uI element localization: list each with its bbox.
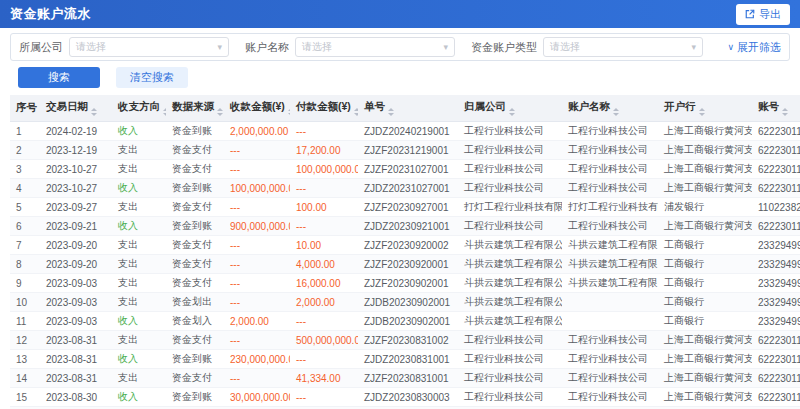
cell-payment: 100,000,000.00 bbox=[290, 160, 358, 179]
cell-account_no: 62223011 bbox=[752, 388, 800, 407]
cell-no: 9 bbox=[10, 274, 40, 293]
cell-date: 2023-08-31 bbox=[40, 369, 112, 388]
cell-date: 2023-09-03 bbox=[40, 312, 112, 331]
cell-bank: 上海工商银行黄河支行 bbox=[658, 350, 752, 369]
chevron-down-icon: ∨ bbox=[727, 42, 734, 52]
cell-receipt: 2,000,000.00 bbox=[224, 122, 290, 141]
cell-bank: 上海工商银行黄河支行 bbox=[658, 217, 752, 236]
cell-date: 2023-08-30 bbox=[40, 388, 112, 407]
table-row[interactable]: 62023-09-21收入资金到账900,000,000.00---ZJDZ20… bbox=[10, 217, 800, 236]
column-header-order_no[interactable]: 单号 bbox=[358, 95, 458, 122]
search-button[interactable]: 搜索 bbox=[18, 67, 100, 88]
expand-filters-label: 展开筛选 bbox=[737, 40, 781, 55]
table-row[interactable]: 122023-08-31支出资金支付---500,000,000.00ZJZF2… bbox=[10, 331, 800, 350]
expand-filters-link[interactable]: ∨ 展开筛选 bbox=[727, 40, 781, 55]
cell-receipt: --- bbox=[224, 293, 290, 312]
sort-icon[interactable] bbox=[509, 108, 515, 116]
cell-source: 资金划入 bbox=[166, 312, 224, 331]
export-button[interactable]: 导出 bbox=[736, 4, 790, 25]
table-row[interactable]: 142023-08-31支出资金支付---41,334.00ZJZF202308… bbox=[10, 369, 800, 388]
cell-company: 斗拱云建筑工程有限公司 bbox=[458, 236, 562, 255]
clear-search-button[interactable]: 清空搜索 bbox=[116, 67, 188, 88]
cell-date: 2023-09-21 bbox=[40, 217, 112, 236]
sort-icon[interactable] bbox=[217, 108, 223, 116]
cell-receipt: --- bbox=[224, 141, 290, 160]
column-header-bank[interactable]: 开户行 bbox=[658, 95, 752, 122]
column-header-company[interactable]: 归属公司 bbox=[458, 95, 562, 122]
column-header-receipt[interactable]: 收款金额(¥) bbox=[224, 95, 290, 122]
table-row[interactable]: 102023-09-03支出资金划出---2,000.00ZJDB2023090… bbox=[10, 293, 800, 312]
cell-bank: 上海工商银行黄河支行 bbox=[658, 388, 752, 407]
cell-company: 工程行业科技公司 bbox=[458, 331, 562, 350]
table-row[interactable]: 152023-08-30收入资金到账30,000,000.00---ZJDZ20… bbox=[10, 388, 800, 407]
column-header-source[interactable]: 数据来源 bbox=[166, 95, 224, 122]
table-row[interactable]: 82023-09-20支出资金支付---4,000.00ZJZF20230920… bbox=[10, 255, 800, 274]
cell-account_no: 62223011 bbox=[752, 350, 800, 369]
cell-receipt: --- bbox=[224, 236, 290, 255]
filter-company: 所属公司 请选择 ▾ bbox=[19, 37, 229, 57]
cell-payment: 10.00 bbox=[290, 236, 358, 255]
cell-no: 4 bbox=[10, 179, 40, 198]
cell-source: 资金支付 bbox=[166, 274, 224, 293]
cell-date: 2023-09-20 bbox=[40, 255, 112, 274]
company-select[interactable]: 请选择 ▾ bbox=[69, 37, 229, 57]
search-actions: 搜索 清空搜索 bbox=[18, 67, 790, 88]
cell-source: 资金支付 bbox=[166, 255, 224, 274]
cell-company: 工程行业科技公司 bbox=[458, 217, 562, 236]
page-header: 资金账户流水 导出 bbox=[0, 0, 800, 28]
sort-icon[interactable] bbox=[163, 108, 166, 116]
cell-receipt: 30,000,000.00 bbox=[224, 388, 290, 407]
cell-bank: 上海工商银行黄河支行 bbox=[658, 331, 752, 350]
table-row[interactable]: 12024-02-19收入资金到账2,000,000.00---ZJDZ2024… bbox=[10, 122, 800, 141]
sort-icon[interactable] bbox=[354, 108, 358, 116]
cell-direction: 收入 bbox=[112, 179, 166, 198]
column-label: 账号 bbox=[758, 100, 779, 112]
column-header-payment[interactable]: 付款金额(¥) bbox=[290, 95, 358, 122]
cell-order_no: ZJZF20230831001 bbox=[358, 369, 458, 388]
table-row[interactable]: 92023-09-03支出资金支付---16,000.00ZJZF2023090… bbox=[10, 274, 800, 293]
page-title: 资金账户流水 bbox=[10, 5, 91, 23]
cell-source: 资金到账 bbox=[166, 217, 224, 236]
cell-bank: 工商银行 bbox=[658, 293, 752, 312]
sort-icon[interactable] bbox=[388, 108, 394, 116]
cell-order_no: ZJDZ20230921001 bbox=[358, 217, 458, 236]
sort-icon[interactable] bbox=[288, 108, 290, 116]
column-header-account[interactable]: 账户名称 bbox=[562, 95, 658, 122]
filter-account-type: 资金账户类型 请选择 ▾ bbox=[471, 37, 703, 57]
sort-icon[interactable] bbox=[782, 108, 788, 116]
cell-date: 2023-08-31 bbox=[40, 350, 112, 369]
table-row[interactable]: 22023-12-19支出资金支付---17,200.00ZJZF2023121… bbox=[10, 141, 800, 160]
table-row[interactable]: 132023-08-31收入资金到账230,000,000.00---ZJDZ2… bbox=[10, 350, 800, 369]
column-header-direction[interactable]: 收支方向 bbox=[112, 95, 166, 122]
sort-icon[interactable] bbox=[613, 108, 619, 116]
table-body: 12024-02-19收入资金到账2,000,000.00---ZJDZ2024… bbox=[10, 122, 800, 409]
cell-source: 资金支付 bbox=[166, 369, 224, 388]
account-name-select[interactable]: 请选择 ▾ bbox=[295, 37, 455, 57]
cell-source: 资金到账 bbox=[166, 350, 224, 369]
cell-order_no: ZJZF20230920001 bbox=[358, 255, 458, 274]
cell-account_no: 23329499 bbox=[752, 312, 800, 331]
sort-icon[interactable] bbox=[699, 108, 705, 116]
cell-bank: 工商银行 bbox=[658, 312, 752, 331]
cell-account bbox=[562, 312, 658, 331]
table-row[interactable]: 112023-09-03收入资金划入2,000.00---ZJDB2023090… bbox=[10, 312, 800, 331]
cell-direction: 支出 bbox=[112, 198, 166, 217]
column-label: 数据来源 bbox=[172, 100, 214, 112]
cell-payment: 16,000.00 bbox=[290, 274, 358, 293]
table-row[interactable]: 72023-09-20支出资金支付---10.00ZJZF20230920002… bbox=[10, 236, 800, 255]
cell-source: 资金支付 bbox=[166, 141, 224, 160]
column-header-date[interactable]: 交易日期 bbox=[40, 95, 112, 122]
cell-direction: 支出 bbox=[112, 369, 166, 388]
cell-account_no: 62223011 bbox=[752, 160, 800, 179]
column-header-account_no[interactable]: 账号 bbox=[752, 95, 800, 122]
cell-company: 工程行业科技公司 bbox=[458, 388, 562, 407]
cell-no: 12 bbox=[10, 331, 40, 350]
cell-direction: 收入 bbox=[112, 312, 166, 331]
table-row[interactable]: 42023-10-27收入资金到账100,000,000.00---ZJDZ20… bbox=[10, 179, 800, 198]
table-row[interactable]: 32023-10-27支出资金支付---100,000,000.00ZJZF20… bbox=[10, 160, 800, 179]
table-row[interactable]: 52023-09-27支出资金支付---100.00ZJZF2023092700… bbox=[10, 198, 800, 217]
cell-order_no: ZJZF20230920002 bbox=[358, 236, 458, 255]
account-type-select[interactable]: 请选择 ▾ bbox=[543, 37, 703, 57]
cell-source: 资金支付 bbox=[166, 331, 224, 350]
sort-icon[interactable] bbox=[91, 108, 97, 116]
